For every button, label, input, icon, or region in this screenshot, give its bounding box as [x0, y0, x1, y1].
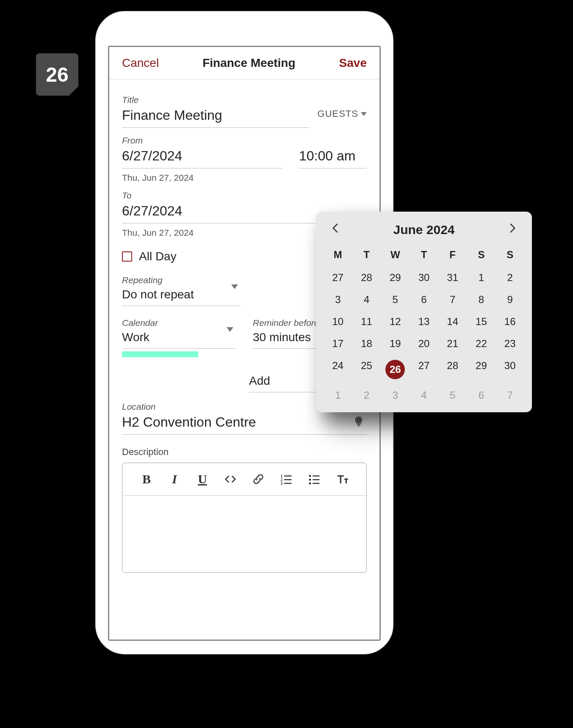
day-of-week-header: F: [438, 245, 467, 267]
day-cell[interactable]: 29: [381, 267, 410, 289]
checkbox-icon: [122, 251, 132, 262]
underline-icon[interactable]: U: [195, 472, 210, 487]
day-cell[interactable]: 5: [438, 384, 467, 406]
calendar-select[interactable]: Work: [122, 328, 236, 349]
chevron-down-icon: [231, 284, 238, 289]
description-label: Description: [122, 447, 367, 458]
edit-header: Cancel Finance Meeting Save: [109, 47, 379, 80]
day-cell[interactable]: 31: [438, 267, 467, 289]
day-cell[interactable]: 6: [467, 384, 496, 406]
from-helper: Thu, Jun 27, 2024: [122, 173, 367, 183]
cancel-button[interactable]: Cancel: [122, 56, 159, 70]
calendar-app-icon: 26: [36, 53, 78, 96]
day-of-week-header: S: [495, 245, 524, 267]
day-cell[interactable]: 14: [438, 311, 467, 333]
all-day-label: All Day: [139, 250, 177, 263]
day-cell[interactable]: 18: [352, 333, 381, 355]
day-cell[interactable]: 24: [324, 355, 352, 384]
day-cell[interactable]: 2: [352, 384, 381, 406]
calendar-label: Calendar: [122, 318, 236, 328]
svg-text:3: 3: [280, 481, 282, 485]
day-cell[interactable]: 28: [438, 355, 467, 384]
day-of-week-header: S: [467, 245, 496, 267]
prev-month-button[interactable]: [326, 222, 346, 238]
rte-toolbar: B I U 123: [122, 463, 366, 496]
day-cell[interactable]: 20: [410, 333, 438, 355]
svg-point-11: [309, 483, 311, 485]
save-button[interactable]: Save: [339, 56, 367, 70]
day-cell[interactable]: 4: [410, 384, 438, 406]
from-date-input[interactable]: 6/27/2024: [122, 146, 282, 168]
code-icon[interactable]: [223, 472, 238, 487]
svg-point-9: [309, 479, 311, 481]
selected-day-cell[interactable]: 26: [381, 355, 410, 384]
description-editor[interactable]: B I U 123: [122, 463, 367, 573]
title-input[interactable]: Finance Meeting: [122, 105, 309, 128]
day-cell[interactable]: 17: [324, 333, 352, 355]
day-cell[interactable]: 30: [410, 267, 438, 289]
day-cell[interactable]: 15: [467, 311, 496, 333]
day-cell[interactable]: 6: [410, 289, 438, 311]
from-time-input[interactable]: 10:00 am: [299, 146, 367, 168]
day-cell[interactable]: 23: [495, 333, 524, 355]
day-cell[interactable]: 8: [467, 289, 496, 311]
header-title: Finance Meeting: [202, 56, 295, 70]
to-label: To: [122, 190, 367, 201]
link-icon[interactable]: [251, 472, 266, 487]
chevron-down-icon: [361, 112, 367, 116]
day-cell[interactable]: 3: [324, 289, 352, 311]
day-cell[interactable]: 16: [495, 311, 524, 333]
italic-icon[interactable]: I: [167, 472, 182, 487]
day-of-week-header: M: [324, 245, 352, 267]
day-cell[interactable]: 7: [495, 384, 524, 406]
app-icon-label: 26: [46, 63, 68, 86]
day-cell[interactable]: 13: [410, 311, 438, 333]
month-label[interactable]: June 2024: [393, 223, 454, 237]
guests-dropdown[interactable]: GUESTS: [318, 108, 367, 128]
day-cell[interactable]: 2: [495, 267, 524, 289]
day-of-week-header: T: [352, 245, 381, 267]
guests-label: GUESTS: [318, 108, 358, 119]
day-cell[interactable]: 1: [467, 267, 496, 289]
bold-icon[interactable]: B: [139, 472, 154, 487]
day-cell[interactable]: 25: [352, 355, 381, 384]
day-cell[interactable]: 9: [495, 289, 524, 311]
day-cell[interactable]: 30: [495, 355, 524, 384]
day-cell[interactable]: 29: [467, 355, 496, 384]
chevron-down-icon: [227, 327, 233, 332]
day-cell[interactable]: 5: [381, 289, 410, 311]
unordered-list-icon[interactable]: [307, 472, 322, 487]
day-cell[interactable]: 12: [381, 311, 410, 333]
day-cell[interactable]: 28: [352, 267, 381, 289]
text-size-icon[interactable]: [335, 472, 350, 487]
location-input[interactable]: H2 Convention Centre: [122, 412, 367, 435]
day-of-week-header: T: [410, 245, 438, 267]
day-cell[interactable]: 22: [467, 333, 496, 355]
day-cell[interactable]: 7: [438, 289, 467, 311]
day-cell[interactable]: 4: [352, 289, 381, 311]
svg-point-7: [309, 475, 311, 477]
day-cell[interactable]: 21: [438, 333, 467, 355]
calendar-color-bar: [122, 351, 198, 357]
svg-point-0: [357, 419, 360, 421]
repeating-select[interactable]: Do not repeat: [122, 285, 241, 306]
day-cell[interactable]: 1: [324, 384, 352, 406]
day-cell[interactable]: 27: [324, 267, 352, 289]
day-cell[interactable]: 27: [410, 355, 438, 384]
day-cell[interactable]: 3: [381, 384, 410, 406]
day-cell[interactable]: 19: [381, 333, 410, 355]
day-of-week-header: W: [381, 245, 410, 267]
next-month-button[interactable]: [502, 222, 522, 238]
repeating-label: Repeating: [122, 275, 241, 285]
ordered-list-icon[interactable]: 123: [279, 472, 294, 487]
location-pin-icon[interactable]: [352, 415, 365, 431]
title-label: Title: [122, 95, 309, 105]
day-cell[interactable]: 11: [352, 311, 381, 333]
date-picker-popover: June 2024 MTWTFSS27282930311234567891011…: [316, 212, 532, 412]
from-label: From: [122, 135, 367, 146]
day-cell[interactable]: 10: [324, 311, 352, 333]
calendar-grid: MTWTFSS272829303112345678910111213141516…: [324, 245, 524, 406]
